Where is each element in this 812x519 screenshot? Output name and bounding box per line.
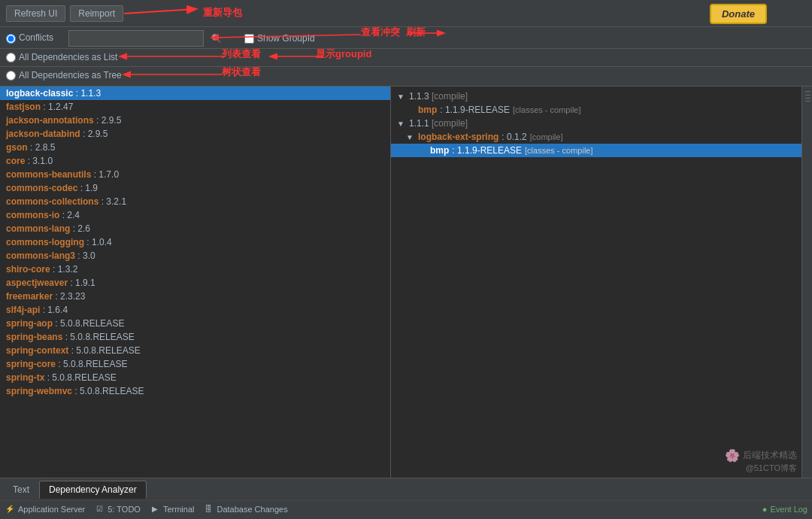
- tree-item[interactable]: ▼ 1.1.3 [compile]: [391, 90, 801, 103]
- tree-item[interactable]: bmp : 1.1.9-RELEASE [classes - compile]: [391, 144, 801, 157]
- todo-icon: ☑: [94, 504, 105, 514]
- status-app-server[interactable]: ⚡ Application Server: [5, 504, 85, 514]
- annotation-refresh: 刷新: [406, 26, 426, 39]
- tree-toggle-icon: ▼: [406, 133, 415, 141]
- status-db-changes[interactable]: 🗄 Database Changes: [203, 504, 287, 514]
- annotation-reimport: 重新导包: [203, 6, 242, 20]
- list-item[interactable]: commons-beanutils : 1.7.0: [0, 168, 390, 181]
- list-item[interactable]: aspectjweaver : 1.9.1: [0, 276, 390, 290]
- list-item[interactable]: commons-lang : 2.6: [0, 222, 390, 235]
- status-bar: ⚡ Application Server ☑ 5: TODO ▶ Termina…: [0, 500, 812, 517]
- list-item[interactable]: logback-classic : 1.1.3: [0, 86, 390, 100]
- list-item[interactable]: commons-io : 2.4: [0, 208, 390, 222]
- main-content: logback-classic : 1.1.3 fastjson : 1.2.4…: [0, 86, 812, 478]
- radio-tree[interactable]: All Dependencies as Tree: [6, 68, 806, 83]
- status-terminal[interactable]: ▶ Terminal: [150, 504, 195, 514]
- main-window: Refresh UI Reimport 重新导包 Donate Conflict…: [0, 0, 812, 519]
- tree-item[interactable]: bmp : 1.1.9-RELEASE [classes - compile]: [391, 103, 801, 117]
- status-todo[interactable]: ☑ 5: TODO: [94, 504, 141, 514]
- terminal-icon: ▶: [150, 504, 160, 514]
- right-sidebar-indicators: ||||: [801, 86, 812, 478]
- db-icon: 🗄: [203, 504, 214, 514]
- radio-list[interactable]: All Dependencies as List: [6, 50, 806, 65]
- dependency-tree: ▼ 1.1.3 [compile] bmp : 1.1.9-RELEASE [c…: [391, 86, 801, 478]
- list-item[interactable]: spring-context : 5.0.8.RELEASE: [0, 344, 390, 357]
- list-item[interactable]: spring-tx : 5.0.8.RELEASE: [0, 371, 390, 384]
- svg-line-0: [124, 9, 195, 14]
- reimport-button[interactable]: Reimport: [70, 5, 123, 22]
- list-item[interactable]: gson : 2.8.5: [0, 141, 390, 154]
- tree-item[interactable]: ▼ 1.1.1 [compile]: [391, 117, 801, 130]
- bottom-tabs: Text Dependency Analyzer: [0, 478, 812, 500]
- search-input[interactable]: [68, 30, 204, 47]
- list-item[interactable]: commons-codec : 1.9: [0, 181, 390, 195]
- radio-conflicts[interactable]: Conflicts: [6, 31, 53, 45]
- tab-dependency-analyzer[interactable]: Dependency Analyzer: [39, 481, 147, 499]
- tree-toggle-placeholder: [406, 106, 415, 114]
- tree-item[interactable]: ▼ logback-ext-spring : 0.1.2 [compile]: [391, 130, 801, 144]
- dependency-list: logback-classic : 1.1.3 fastjson : 1.2.4…: [0, 86, 391, 478]
- list-item[interactable]: freemarker : 2.3.23: [0, 290, 390, 303]
- list-item[interactable]: spring-webmvc : 5.0.8.RELEASE: [0, 384, 390, 398]
- tree-toggle-icon: ▼: [397, 120, 406, 128]
- donate-button[interactable]: Donate: [710, 4, 767, 24]
- search-icon: 🔍: [211, 34, 222, 44]
- list-item[interactable]: spring-core : 5.0.8.RELEASE: [0, 357, 390, 371]
- list-item[interactable]: spring-aop : 5.0.8.RELEASE: [0, 317, 390, 330]
- event-log-icon: ●: [762, 505, 768, 514]
- show-groupid-checkbox[interactable]: Show GroupId: [244, 33, 315, 44]
- list-item[interactable]: fastjson : 1.2.47: [0, 100, 390, 114]
- list-item[interactable]: slf4j-api : 1.6.4: [0, 303, 390, 317]
- list-item[interactable]: jackson-databind : 2.9.5: [0, 127, 390, 141]
- list-item[interactable]: core : 3.1.0: [0, 154, 390, 168]
- list-item[interactable]: commons-lang3 : 3.0: [0, 249, 390, 263]
- list-item[interactable]: shiro-core : 1.3.2: [0, 263, 390, 276]
- list-item[interactable]: commons-logging : 1.0.4: [0, 235, 390, 249]
- tab-text[interactable]: Text: [3, 481, 39, 499]
- app-server-icon: ⚡: [5, 504, 15, 514]
- refresh-ui-button[interactable]: Refresh UI: [6, 5, 65, 22]
- tree-toggle-placeholder: [418, 147, 427, 155]
- list-item[interactable]: spring-beans : 5.0.8.RELEASE: [0, 330, 390, 344]
- list-item[interactable]: jackson-annotations : 2.9.5: [0, 114, 390, 127]
- tree-toggle-icon: ▼: [397, 93, 406, 101]
- status-event-log[interactable]: ● Event Log: [762, 505, 807, 514]
- annotation-conflict: 查看冲突: [361, 26, 400, 39]
- top-toolbar: Refresh UI Reimport 重新导包 Donate: [0, 0, 812, 27]
- list-item[interactable]: commons-collections : 3.2.1: [0, 195, 390, 208]
